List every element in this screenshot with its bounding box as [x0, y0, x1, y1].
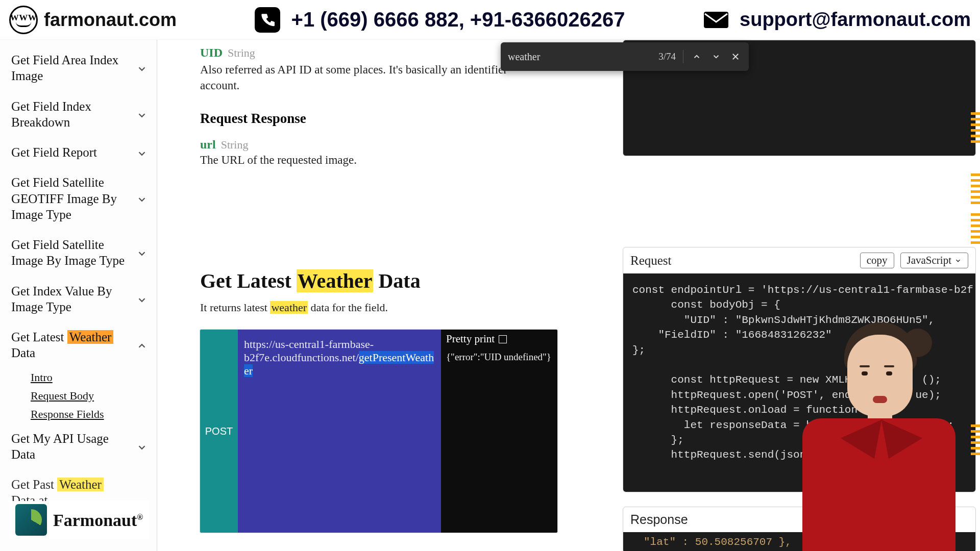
find-in-page-bar: weather 3/74	[501, 42, 749, 71]
sidebar-item-label: Get Latest Weather Data	[11, 329, 129, 361]
param-name: url	[200, 138, 216, 152]
phone-number: +1 (669) 6666 882, +91-6366026267	[291, 8, 625, 31]
find-close-button[interactable]	[729, 51, 742, 63]
sidebar-item-label: Get Field Index Breakdown	[11, 98, 129, 131]
text: Data	[11, 346, 35, 360]
header-phone[interactable]: +1 (669) 6666 882, +91-6366026267	[177, 7, 703, 33]
label: copy	[867, 254, 888, 267]
api-response-pane: Pretty print {"error":"UID undefined"}	[441, 330, 557, 533]
find-next-button[interactable]	[710, 51, 722, 63]
text: Get Latest	[200, 269, 297, 292]
sidebar-item-label: Get Field Satellite Image By Image Type	[11, 237, 129, 269]
svg-rect-0	[704, 12, 728, 28]
highlight: Weather	[57, 478, 104, 491]
phone-icon	[255, 7, 280, 33]
chevron-down-icon	[136, 293, 148, 305]
text: Get Latest	[11, 330, 67, 344]
param-type: String	[228, 46, 255, 60]
param-type: String	[221, 138, 249, 152]
decoration	[971, 173, 980, 206]
highlight: Weather	[67, 330, 114, 344]
param-desc: The URL of the requested image.	[200, 154, 615, 167]
sidebar-item-label: Get Field Report	[11, 144, 97, 160]
highlight: Weather	[297, 269, 374, 292]
endpoint-url[interactable]: https://us-central1-farmbase- b2f7e.clou…	[238, 330, 441, 533]
find-count: 3/74	[658, 51, 676, 62]
param-name: UID	[200, 46, 223, 60]
chevron-down-icon	[136, 247, 148, 258]
sidebar-item[interactable]: Get Field Satellite GEOTIFF Image By Ima…	[9, 167, 150, 230]
top-header: WWW farmonaut.com +1 (669) 6666 882, +91…	[0, 0, 980, 40]
sidebar-item-label: Get My API Usage Data	[11, 431, 129, 463]
text: data for the field.	[308, 301, 388, 314]
card-title: Request	[630, 254, 854, 268]
support-email: support@farmonaut.com	[740, 9, 971, 31]
sidebar-item[interactable]: Get Field Area Index Image	[9, 45, 150, 91]
registered-mark: ®	[137, 512, 143, 521]
sidebar-subitem-response-fields[interactable]: Response Fields	[31, 405, 150, 423]
text: https://us-central1-farmbase-	[244, 338, 374, 350]
text: Data	[373, 269, 420, 292]
sidebar-item[interactable]: Get My API Usage Data	[9, 423, 150, 470]
sidebar-item-label: Get Field Satellite GEOTIFF Image By Ima…	[11, 174, 129, 222]
previous-code-block: weather 3/74	[623, 40, 976, 156]
label: JavaScript	[907, 254, 951, 267]
decoration	[971, 112, 980, 145]
sidebar-item[interactable]: Get Field Index Breakdown	[9, 91, 150, 138]
main-content: UID String Also referred as API ID at so…	[157, 40, 623, 551]
sidebar-item-label: Get Field Area Index Image	[11, 52, 129, 84]
section-request-response: Request Response	[200, 111, 615, 127]
param-url: url String	[200, 138, 615, 152]
sidebar-subitem-intro[interactable]: Intro	[31, 368, 150, 387]
sidebar-item-active[interactable]: Get Latest Weather Data	[9, 322, 150, 368]
brand-domain: farmonaut.com	[44, 9, 177, 31]
copy-button[interactable]: copy	[860, 253, 894, 268]
text: It returns latest	[200, 301, 270, 314]
www-icon: WWW	[9, 6, 38, 34]
checkbox-icon[interactable]	[499, 335, 507, 343]
label: Pretty print	[446, 333, 495, 345]
sidebar-subitem-request-body[interactable]: Request Body	[31, 387, 150, 405]
decoration	[971, 213, 980, 246]
sidebar-item[interactable]: Get Field Report	[9, 137, 150, 167]
chevron-up-icon	[136, 339, 148, 350]
highlight: weather	[270, 301, 308, 314]
sidebar-item[interactable]: Get Index Value By Image Type	[9, 276, 150, 322]
chevron-down-icon	[954, 257, 962, 264]
text: Get Past	[11, 478, 57, 491]
chevron-down-icon	[136, 193, 148, 204]
language-select[interactable]: JavaScript	[900, 253, 968, 268]
text: Farmonaut	[53, 511, 137, 530]
sidebar-item[interactable]: Get Field Satellite Image By Image Type	[9, 230, 150, 276]
farmonaut-mark-icon	[15, 504, 47, 536]
chevron-down-icon	[136, 62, 148, 73]
pretty-print-toggle[interactable]: Pretty print	[441, 330, 557, 348]
find-prev-button[interactable]	[691, 51, 703, 63]
sidebar-nav: Get Field Area Index Image Get Field Ind…	[0, 40, 157, 551]
header-email[interactable]: support@farmonaut.com	[703, 9, 971, 31]
http-method: POST	[200, 330, 238, 533]
find-input[interactable]: weather	[508, 51, 651, 63]
logo-text: Farmonaut®	[53, 510, 143, 530]
sidebar-sublist: Intro Request Body Response Fields	[9, 368, 150, 423]
api-tester: POST https://us-central1-farmbase- b2f7e…	[200, 330, 557, 533]
page-subtitle: It returns latest weather data for the f…	[200, 301, 615, 314]
mail-icon	[703, 10, 729, 30]
sidebar-item-label: Get Index Value By Image Type	[11, 283, 129, 315]
presenter-avatar	[796, 311, 960, 551]
farmonaut-logo-chip[interactable]: Farmonaut®	[9, 501, 149, 539]
chevron-down-icon	[136, 109, 148, 120]
header-brand[interactable]: WWW farmonaut.com	[9, 6, 177, 34]
divider	[683, 50, 683, 63]
param-desc: Also referred as API ID at some places. …	[200, 62, 527, 93]
chevron-down-icon	[136, 441, 148, 452]
chevron-down-icon	[136, 147, 148, 158]
request-header: Request copy JavaScript	[623, 247, 975, 273]
response-body: {"error":"UID undefined"}	[441, 348, 557, 366]
page-title: Get Latest Weather Data	[200, 269, 615, 293]
decoration	[971, 424, 980, 457]
text: b2f7e.cloudfunctions.net/	[244, 351, 359, 364]
